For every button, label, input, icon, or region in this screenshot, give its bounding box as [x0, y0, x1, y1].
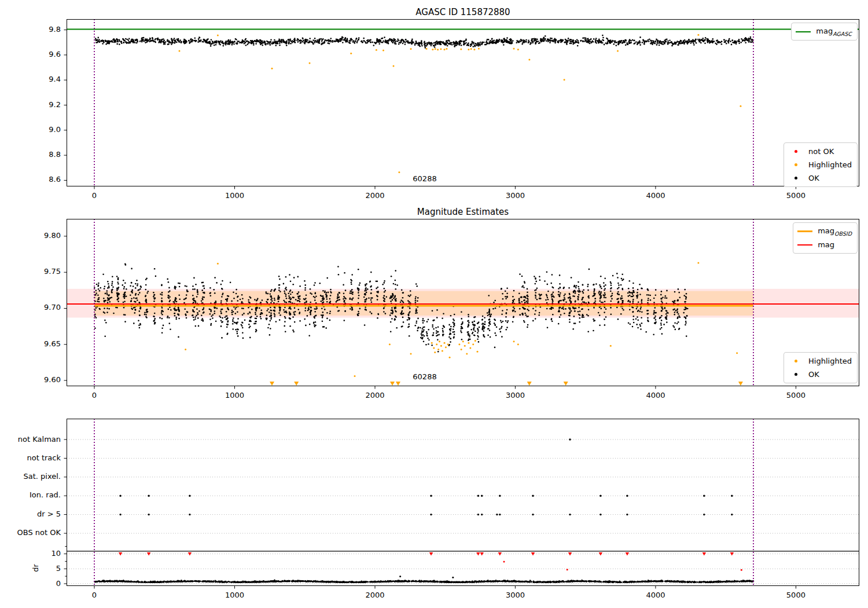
black-dot-swatch — [788, 177, 803, 180]
legend-markers-top: not OK Highlighted OK — [784, 142, 858, 187]
orange-line-swatch — [797, 230, 812, 232]
ax3-gridlines — [67, 439, 859, 584]
dr-axis-label: dr — [31, 558, 41, 578]
dr-tick-10: 10 — [0, 549, 61, 558]
axes-frame-2 — [67, 419, 859, 589]
ax2-clipped-low-triangles — [270, 382, 743, 386]
legend-label-ok: OK — [808, 174, 819, 182]
orange-dot-swatch — [788, 360, 803, 362]
flag-label-sat-pixel: Sat. pixel. — [0, 472, 61, 481]
middle-plot-title: Magnitude Estimates — [67, 207, 859, 217]
ax3-left-ticks — [64, 439, 67, 584]
dr-black-outliers — [399, 576, 454, 578]
flag-label-ion-rad: Ion. rad. — [0, 490, 61, 500]
obs-range-vlines-2 — [94, 419, 753, 586]
legend-label-highlighted: Highlighted — [808, 160, 852, 169]
dr-tick-5: 5 — [0, 564, 61, 573]
obsid-annotation-top: 60288 — [399, 174, 451, 183]
dr-tick-0: 0 — [0, 579, 61, 588]
ax1-highlighted-scatter — [179, 34, 742, 173]
legend-label-highlighted-2: Highlighted — [808, 357, 852, 365]
red-dot-swatch — [788, 150, 803, 153]
figure-canvas: 0100020003000400050009.89.69.49.29.08.88… — [0, 0, 868, 608]
dr-red-points — [503, 561, 742, 570]
legend-entry-mag-obsid: magOBSID — [797, 225, 852, 238]
legend-label-mag: mag — [818, 240, 834, 249]
legend-entry-not-ok: not OK — [788, 145, 852, 158]
legend-entry-ok-2: OK — [788, 368, 852, 381]
dr-red-clipped-triangles — [119, 552, 734, 556]
legend-mag-agasc: magAGASC — [791, 23, 858, 41]
red-line-swatch — [797, 244, 812, 246]
legend-entry-ok: OK — [788, 171, 852, 185]
black-dot-swatch — [788, 373, 803, 376]
dr-scatter — [94, 580, 754, 583]
legend-label-not-ok: not OK — [808, 147, 834, 156]
flag-label-dr-gt-5: dr > 5 — [0, 510, 61, 519]
flag-label-obs-not-ok: OBS not OK — [0, 528, 61, 537]
ax2-highlighted-scatter — [185, 262, 738, 378]
legend-entry-mag: mag — [797, 238, 852, 251]
flag-label-not-kalman: not Kalman — [0, 435, 61, 444]
charts-svg — [0, 0, 868, 608]
top-plot-title: AGASC ID 115872880 — [67, 7, 859, 17]
legend-entry-highlighted-2: Highlighted — [788, 354, 852, 368]
flag-label-not-track: not track — [0, 453, 61, 463]
legend-label-ok-2: OK — [808, 370, 819, 379]
legend-entry-highlighted: Highlighted — [788, 158, 852, 171]
obsid-annotation-middle: 60288 — [399, 372, 451, 381]
legend-label-mag-agasc: magAGASC — [816, 27, 852, 37]
ax1-ok-scatter — [95, 35, 753, 49]
legend-label-mag-obsid: magOBSID — [818, 226, 852, 237]
legend-markers-middle: Highlighted OK — [784, 352, 858, 383]
green-line-swatch — [796, 31, 811, 32]
orange-dot-swatch — [788, 163, 803, 166]
legend-mag-lines: magOBSID mag — [793, 222, 858, 254]
ax2-error-bands — [67, 289, 859, 318]
legend-entry-mag-agasc: magAGASC — [796, 25, 852, 38]
